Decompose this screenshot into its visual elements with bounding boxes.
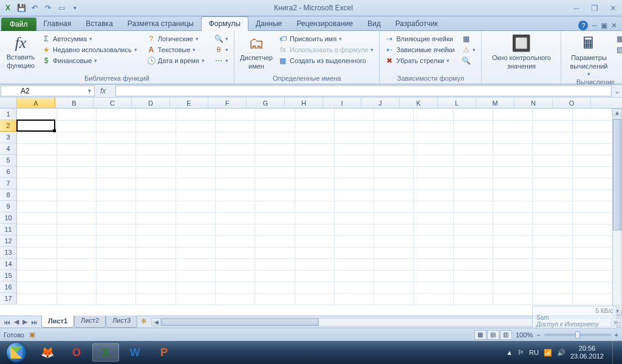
col-header-G[interactable]: G [247,98,285,108]
create-from-selection-button[interactable]: ▦Создать из выделенного [277,56,376,66]
cell[interactable] [533,247,572,258]
cell[interactable] [215,132,255,143]
zoom-out-button[interactable]: − [536,331,540,339]
zoom-in-button[interactable]: + [615,331,618,339]
formula-input[interactable] [115,86,612,96]
ribbon-minimize-icon[interactable]: ─ [592,21,597,30]
cell[interactable] [136,247,176,258]
cell[interactable] [533,155,572,166]
cell[interactable] [136,109,176,120]
tab-review[interactable]: Рецензирование [289,17,360,30]
cell[interactable] [97,155,136,166]
ribbon-restore-icon[interactable]: ▣ [601,21,607,30]
cell[interactable] [533,293,572,305]
cell[interactable] [414,155,453,166]
calc-now-button[interactable]: ▦ [613,34,622,44]
col-header-E[interactable]: E [170,98,208,108]
tray-flag-icon[interactable]: 🏳 [518,349,524,356]
cell[interactable] [176,132,215,143]
help-icon[interactable]: ? [578,21,588,30]
cell[interactable] [572,224,612,235]
row-header-17[interactable]: 17 [0,293,17,305]
cell[interactable] [295,270,334,281]
cell[interactable] [255,281,295,293]
taskbar-word[interactable]: W [121,343,148,362]
cell[interactable] [56,212,96,224]
cell[interactable] [493,132,533,143]
col-header-K[interactable]: K [400,98,438,108]
maximize-button[interactable]: ❐ [588,4,601,13]
financial-button[interactable]: $Финансовые [40,56,139,66]
cell[interactable] [453,212,493,224]
row-header-1[interactable]: 1 [0,109,17,120]
cell[interactable] [17,281,56,293]
cell[interactable] [453,132,493,143]
cell[interactable] [255,143,295,155]
cell[interactable] [493,235,533,247]
cell[interactable] [533,281,572,293]
undo-icon[interactable]: ↶ [29,2,40,13]
cell[interactable] [572,178,612,189]
cell[interactable] [334,270,374,281]
cell[interactable] [17,109,56,120]
cell[interactable] [374,189,414,201]
cell[interactable] [295,224,334,235]
calc-options-button[interactable]: 🖩 Параметры вычислений [565,33,612,77]
cell[interactable] [17,247,56,258]
row-header-8[interactable]: 8 [0,189,17,201]
tab-home[interactable]: Главная [36,17,79,30]
macro-record-icon[interactable]: ▣ [29,331,35,339]
cell[interactable] [215,166,255,178]
cell[interactable] [56,224,96,235]
cell[interactable] [493,143,533,155]
cell[interactable] [533,235,572,247]
cell[interactable] [533,120,572,132]
cell[interactable] [453,281,493,293]
tab-page-layout[interactable]: Разметка страницы [120,17,201,30]
zoom-slider[interactable] [544,334,611,336]
tab-insert[interactable]: Вставка [78,17,120,30]
cell[interactable] [215,143,255,155]
cell[interactable] [572,143,612,155]
row-header-6[interactable]: 6 [0,166,17,178]
cell[interactable] [295,293,334,305]
cell[interactable] [97,258,136,270]
cell[interactable] [295,212,334,224]
cell[interactable] [295,109,334,120]
cell[interactable] [97,281,136,293]
scroll-up-button[interactable]: ▲ [612,109,622,117]
cell[interactable] [453,258,493,270]
cell[interactable] [17,224,56,235]
cell[interactable] [453,201,493,212]
cell[interactable] [295,247,334,258]
cell[interactable] [176,155,215,166]
cell[interactable] [17,293,56,305]
cell[interactable] [334,189,374,201]
cell[interactable] [572,155,612,166]
cell[interactable] [414,109,453,120]
cell[interactable] [255,258,295,270]
cell[interactable] [97,270,136,281]
cell[interactable] [56,178,96,189]
define-name-button[interactable]: 🏷Присвоить имя [277,34,376,44]
cell[interactable] [533,132,572,143]
name-manager-button[interactable]: 🗂 Диспетчер имен [238,33,275,70]
cell[interactable] [374,270,414,281]
cell[interactable] [97,166,136,178]
logical-button[interactable]: ?Логические [145,34,207,44]
cell[interactable] [255,109,295,120]
cell[interactable] [453,224,493,235]
cell[interactable] [414,281,453,293]
cell[interactable] [56,166,96,178]
cell[interactable] [215,270,255,281]
vertical-scroll-thumb[interactable] [613,119,621,231]
cell[interactable] [17,143,56,155]
cell[interactable] [56,155,96,166]
cell[interactable] [255,212,295,224]
row-header-7[interactable]: 7 [0,178,17,189]
cell[interactable] [533,143,572,155]
cell[interactable] [215,258,255,270]
row-header-13[interactable]: 13 [0,247,17,258]
cell[interactable] [17,155,56,166]
cell[interactable] [572,132,612,143]
